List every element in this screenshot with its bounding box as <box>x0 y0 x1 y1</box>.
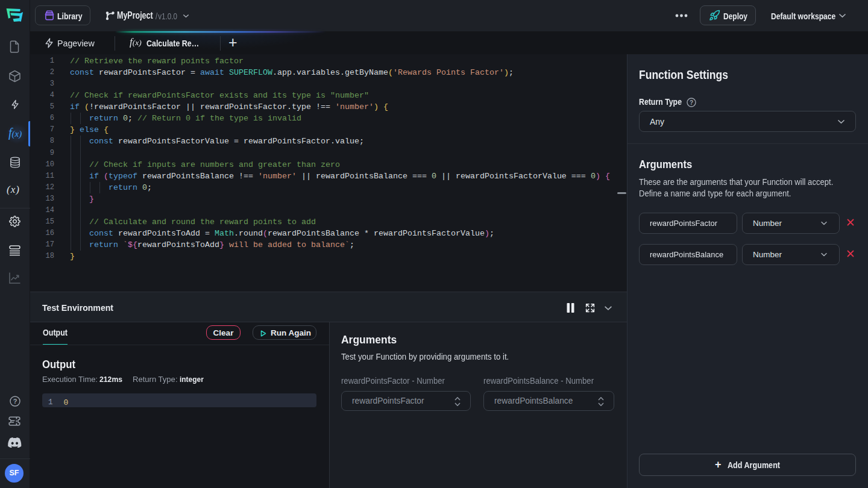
svg-text:?: ? <box>13 398 17 405</box>
svg-text:?: ? <box>690 99 693 106</box>
